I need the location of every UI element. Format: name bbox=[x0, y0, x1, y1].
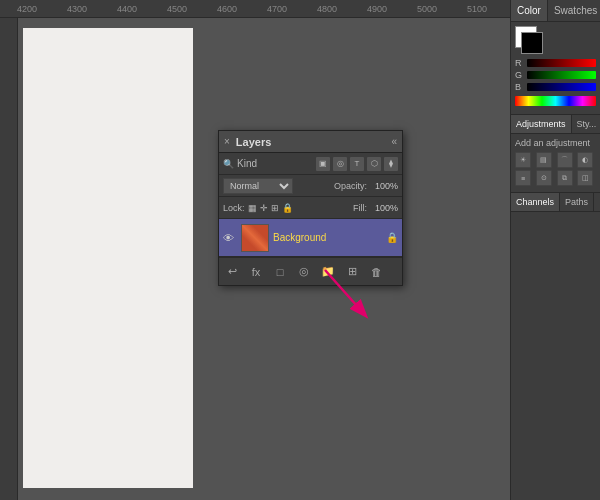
background-color-box[interactable] bbox=[521, 32, 543, 54]
link-layers-button[interactable]: ↩ bbox=[223, 263, 241, 281]
filter-text-icon[interactable]: T bbox=[350, 157, 364, 171]
green-label: G bbox=[515, 70, 525, 80]
layer-effects-button[interactable]: fx bbox=[247, 263, 265, 281]
green-row: G bbox=[515, 70, 596, 80]
ruler-tick: 4200 bbox=[2, 4, 52, 14]
filter-search-icon: 🔍 bbox=[223, 159, 234, 169]
filter-icons: ▣ ◎ T ⬡ ⧫ bbox=[316, 157, 398, 171]
adj-selective-icon[interactable]: ◫ bbox=[577, 170, 593, 186]
filter-shape-icon[interactable]: ⬡ bbox=[367, 157, 381, 171]
tab-adjustments[interactable]: Adjustments bbox=[511, 115, 572, 133]
layers-title-area: × Layers bbox=[224, 136, 271, 148]
adj-icons-grid: ☀ ▤ ⌒ ◐ ≡ ⊙ ⧉ ◫ bbox=[515, 152, 596, 186]
tab-styles[interactable]: Sty... bbox=[572, 115, 600, 133]
lock-move-icon[interactable]: ✛ bbox=[260, 203, 268, 213]
color-boxes bbox=[515, 26, 596, 54]
adj-hue-icon[interactable]: ≡ bbox=[515, 170, 531, 186]
fg-bg-color-selector[interactable] bbox=[515, 26, 543, 54]
ruler-tick: 4900 bbox=[352, 4, 402, 14]
canvas-paper bbox=[23, 28, 193, 488]
delete-layer-button[interactable]: 🗑 bbox=[367, 263, 385, 281]
add-group-button[interactable]: 📁 bbox=[319, 263, 337, 281]
add-adjustment-button[interactable]: ◎ bbox=[295, 263, 313, 281]
layers-panel-title: Layers bbox=[236, 136, 271, 148]
lock-icons: ▦ ✛ ⊞ 🔒 bbox=[248, 203, 293, 213]
red-label: R bbox=[515, 58, 525, 68]
lock-label: Lock: bbox=[223, 203, 245, 213]
opacity-label: Opacity: bbox=[334, 181, 367, 191]
adj-brightness-icon[interactable]: ☀ bbox=[515, 152, 531, 168]
layers-collapse-button[interactable]: « bbox=[391, 136, 397, 147]
blend-mode-row: Normal Opacity: 100% bbox=[219, 175, 402, 197]
ruler-tick: 4400 bbox=[102, 4, 152, 14]
channels-paths-tabs: Channels Paths bbox=[511, 192, 600, 212]
adj-description: Add an adjustment bbox=[515, 138, 596, 148]
add-layer-button[interactable]: ⊞ bbox=[343, 263, 361, 281]
layers-panel: × Layers « 🔍 Kind ▣ ◎ T ⬡ ⧫ Normal Opaci… bbox=[218, 130, 403, 286]
layers-toolbar: ↩ fx □ ◎ 📁 ⊞ 🗑 bbox=[219, 257, 402, 285]
layer-item-background[interactable]: 👁 Background 🔒 bbox=[219, 219, 402, 257]
tab-color[interactable]: Color bbox=[511, 0, 548, 21]
filter-smart-icon[interactable]: ⧫ bbox=[384, 157, 398, 171]
blue-label: B bbox=[515, 82, 525, 92]
opacity-value[interactable]: 100% bbox=[370, 181, 398, 191]
tab-channels[interactable]: Channels bbox=[511, 193, 560, 211]
layer-name[interactable]: Background bbox=[273, 232, 382, 243]
adj-channel-icon[interactable]: ⧉ bbox=[557, 170, 573, 186]
red-slider[interactable] bbox=[527, 59, 596, 67]
adj-levels-icon[interactable]: ▤ bbox=[536, 152, 552, 168]
blue-slider[interactable] bbox=[527, 83, 596, 91]
blue-row: B bbox=[515, 82, 596, 92]
adj-curves-icon[interactable]: ⌒ bbox=[557, 152, 573, 168]
layer-thumbnail bbox=[241, 224, 269, 252]
filter-adjust-icon[interactable]: ◎ bbox=[333, 157, 347, 171]
adjustments-content: Add an adjustment ☀ ▤ ⌒ ◐ ≡ ⊙ ⧉ ◫ bbox=[511, 134, 600, 190]
ruler-tick: 4600 bbox=[202, 4, 252, 14]
layers-close-button[interactable]: × bbox=[224, 136, 230, 147]
green-slider[interactable] bbox=[527, 71, 596, 79]
lock-all-icon[interactable]: 🔒 bbox=[282, 203, 293, 213]
fill-label: Fill: bbox=[353, 203, 367, 213]
ruler-tick: 5000 bbox=[402, 4, 452, 14]
adj-styles-tabs: Adjustments Sty... bbox=[511, 114, 600, 134]
layer-visibility-icon[interactable]: 👁 bbox=[223, 232, 237, 244]
spectrum-bar[interactable] bbox=[515, 96, 596, 106]
ruler-left bbox=[0, 18, 18, 500]
red-row: R bbox=[515, 58, 596, 68]
lock-artboard-icon[interactable]: ⊞ bbox=[271, 203, 279, 213]
color-panel-content: R G B bbox=[511, 22, 600, 110]
tab-swatches[interactable]: Swatches bbox=[548, 0, 600, 21]
right-panel: Color Swatches R G B A bbox=[510, 0, 600, 500]
adj-exposure-icon[interactable]: ◐ bbox=[577, 152, 593, 168]
lock-checkerboard-icon[interactable]: ▦ bbox=[248, 203, 257, 213]
ruler-tick: 4800 bbox=[302, 4, 352, 14]
layers-panel-header: × Layers « bbox=[219, 131, 402, 153]
ruler-tick: 4700 bbox=[252, 4, 302, 14]
color-sliders: R G B bbox=[515, 58, 596, 92]
color-swatches-tabs: Color Swatches bbox=[511, 0, 600, 22]
ruler-tick: 4300 bbox=[52, 4, 102, 14]
fill-value[interactable]: 100% bbox=[370, 203, 398, 213]
ruler-tick: 5100 bbox=[452, 4, 502, 14]
filter-pixel-icon[interactable]: ▣ bbox=[316, 157, 330, 171]
layer-lock-icon: 🔒 bbox=[386, 232, 398, 243]
adj-vibrance-icon[interactable]: ⊙ bbox=[536, 170, 552, 186]
layer-thumbnail-preview bbox=[242, 225, 268, 251]
add-mask-button[interactable]: □ bbox=[271, 263, 289, 281]
blend-mode-select[interactable]: Normal bbox=[223, 178, 293, 194]
layers-filter-row: 🔍 Kind ▣ ◎ T ⬡ ⧫ bbox=[219, 153, 402, 175]
ruler-tick: 4500 bbox=[152, 4, 202, 14]
tab-paths[interactable]: Paths bbox=[560, 193, 594, 211]
lock-row: Lock: ▦ ✛ ⊞ 🔒 Fill: 100% bbox=[219, 197, 402, 219]
filter-kind-label[interactable]: Kind bbox=[237, 158, 257, 169]
